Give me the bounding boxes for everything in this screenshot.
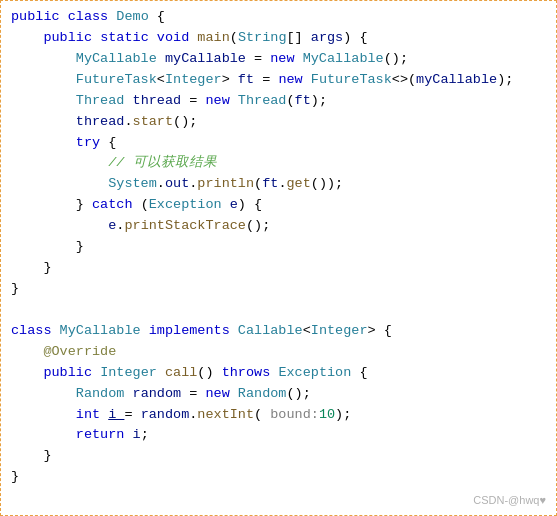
- type-futuretask: FutureTask: [76, 70, 157, 91]
- code-line-15: [1, 300, 556, 321]
- code-line-22: }: [1, 446, 556, 467]
- indent9: [11, 174, 108, 195]
- indent10: [11, 195, 76, 216]
- code-line-4: FutureTask<Integer> ft = new FutureTask<…: [1, 70, 556, 91]
- code-line-18: public Integer call() throws Exception {: [1, 363, 556, 384]
- keyword-new4: new: [205, 384, 237, 405]
- code-line-6: thread.start();: [1, 112, 556, 133]
- indent19: [11, 384, 76, 405]
- indent17: [11, 342, 43, 363]
- keyword-new1: new: [270, 49, 302, 70]
- code-line-7: try {: [1, 133, 556, 154]
- indent11: [11, 216, 108, 237]
- indent21: [11, 425, 76, 446]
- keyword-implements: implements: [149, 321, 238, 342]
- indent12: [11, 237, 76, 258]
- cls-thread2: Thread: [238, 91, 287, 112]
- var-mycallable: myCallable: [165, 49, 254, 70]
- code-line-14: }: [1, 279, 556, 300]
- var-thread: thread: [133, 91, 190, 112]
- cls-mycallable2: MyCallable: [303, 49, 384, 70]
- method-println: println: [197, 174, 254, 195]
- keyword-void: void: [157, 28, 198, 49]
- keyword-new2: new: [278, 70, 310, 91]
- brace-open: {: [157, 7, 165, 28]
- indent7: [11, 133, 76, 154]
- indent4: [11, 70, 76, 91]
- var-random: random: [133, 384, 190, 405]
- code-line-21: return i;: [1, 425, 556, 446]
- code-line-8: // 可以获取结果: [1, 153, 556, 174]
- annotation-override: @Override: [43, 342, 116, 363]
- cls-mycallable3: MyCallable: [60, 321, 149, 342]
- type-thread: Thread: [76, 91, 133, 112]
- keyword-int: int: [76, 405, 108, 426]
- type-integer2: Integer: [311, 321, 368, 342]
- comment1: // 可以获取结果: [108, 153, 216, 174]
- var-mycallable3: myCallable: [416, 70, 497, 91]
- code-block: public class Demo { public static void m…: [0, 0, 557, 516]
- keyword-return: return: [76, 425, 133, 446]
- type-exception: Exception: [149, 195, 230, 216]
- indent13: [11, 258, 43, 279]
- type-string: String: [238, 28, 287, 49]
- type-mycallable: MyCallable: [76, 49, 165, 70]
- method-main: main: [197, 28, 229, 49]
- keyword-throws: throws: [222, 363, 279, 384]
- var-args: args: [311, 28, 343, 49]
- param-bound: bound:: [262, 405, 319, 426]
- type-integer3: Integer: [100, 363, 165, 384]
- indent2: [11, 28, 43, 49]
- code-line-23: }: [1, 467, 556, 488]
- var-i: i: [108, 405, 124, 426]
- brace-close2: }: [11, 467, 19, 488]
- method-nextint: nextInt: [197, 405, 254, 426]
- keyword-public3: public: [43, 363, 100, 384]
- code-line-3: MyCallable myCallable = new MyCallable()…: [1, 49, 556, 70]
- indent3: [11, 49, 76, 70]
- keyword-public: public: [11, 7, 68, 28]
- code-line-19: Random random = new Random();: [1, 384, 556, 405]
- indent20: [11, 405, 76, 426]
- classname-demo: Demo: [116, 7, 157, 28]
- code-line-5: Thread thread = new Thread(ft);: [1, 91, 556, 112]
- indent18: [11, 363, 43, 384]
- num-10: 10: [319, 405, 335, 426]
- var-ft2: ft: [295, 91, 311, 112]
- code-line-20: int i = random.nextInt( bound:10);: [1, 405, 556, 426]
- keyword-new3: new: [205, 91, 237, 112]
- code-line-1: public class Demo {: [1, 7, 556, 28]
- code-line-10: } catch (Exception e) {: [1, 195, 556, 216]
- keyword-try: try: [76, 133, 108, 154]
- var-out: out: [165, 174, 189, 195]
- keyword-class: class: [68, 7, 117, 28]
- var-e: e: [230, 195, 238, 216]
- keyword-class2: class: [11, 321, 60, 342]
- indent22: [11, 446, 43, 467]
- indent8: [11, 153, 108, 174]
- indent5: [11, 91, 76, 112]
- type-callable: Callable: [238, 321, 303, 342]
- code-line-12: }: [1, 237, 556, 258]
- code-line-11: e.printStackTrace();: [1, 216, 556, 237]
- method-call: call: [165, 363, 197, 384]
- type-integer: Integer: [165, 70, 222, 91]
- method-start: start: [133, 112, 174, 133]
- cls-futuretask2: FutureTask: [311, 70, 392, 91]
- code-line-9: System.out.println(ft.get());: [1, 174, 556, 195]
- keyword-static: static: [100, 28, 157, 49]
- code-line-17: @Override: [1, 342, 556, 363]
- code-line-2: public static void main(String[] args) {: [1, 28, 556, 49]
- method-get: get: [287, 174, 311, 195]
- code-line-13: }: [1, 258, 556, 279]
- var-thread2: thread: [76, 112, 125, 133]
- indent6: [11, 112, 76, 133]
- type-exception2: Exception: [278, 363, 359, 384]
- cls-random2: Random: [238, 384, 287, 405]
- var-ft3: ft: [262, 174, 278, 195]
- var-ft: ft: [238, 70, 262, 91]
- brace-close1: }: [11, 279, 19, 300]
- keyword-public2: public: [43, 28, 100, 49]
- keyword-catch: catch: [92, 195, 141, 216]
- var-e2: e: [108, 216, 116, 237]
